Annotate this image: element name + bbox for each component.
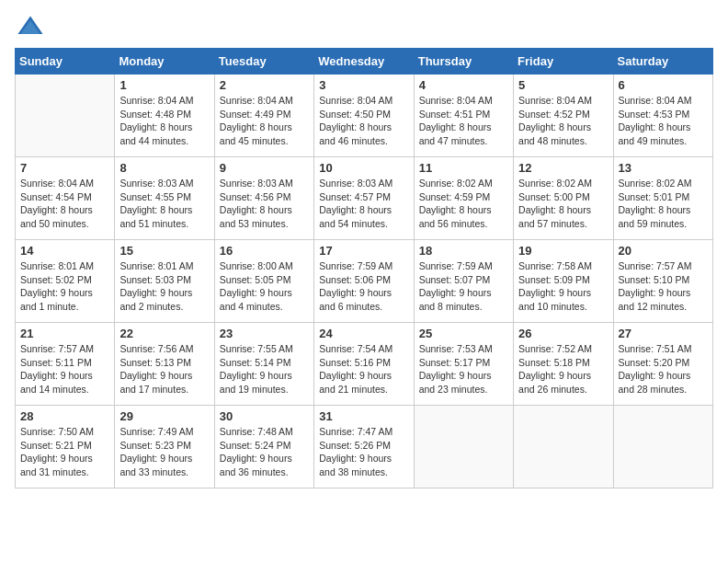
calendar-cell: 18Sunrise: 7:59 AMSunset: 5:07 PMDayligh… [414,240,513,323]
day-number: 3 [319,78,408,92]
calendar-header-row: SundayMondayTuesdayWednesdayThursdayFrid… [16,49,713,75]
day-number: 15 [119,244,209,258]
day-number: 11 [419,161,508,175]
day-number: 16 [220,244,309,258]
calendar-cell: 24Sunrise: 7:54 AMSunset: 5:16 PMDayligh… [314,323,414,406]
day-info: Sunrise: 7:49 AMSunset: 5:23 PMDaylight:… [119,425,209,479]
calendar-cell: 29Sunrise: 7:49 AMSunset: 5:23 PMDayligh… [115,406,214,488]
day-info: Sunrise: 7:51 AMSunset: 5:20 PMDaylight:… [619,342,708,396]
day-info: Sunrise: 8:02 AMSunset: 5:01 PMDaylight:… [619,177,708,231]
day-number: 10 [319,161,408,175]
calendar-cell: 2Sunrise: 8:04 AMSunset: 4:49 PMDaylight… [214,75,313,157]
day-number: 24 [319,327,408,340]
calendar-cell: 23Sunrise: 7:55 AMSunset: 5:14 PMDayligh… [214,323,313,406]
calendar-cell: 6Sunrise: 8:04 AMSunset: 4:53 PMDaylight… [613,75,712,157]
day-of-week-monday: Monday [115,49,214,75]
day-info: Sunrise: 8:01 AMSunset: 5:02 PMDaylight:… [20,259,109,314]
day-info: Sunrise: 7:59 AMSunset: 5:06 PMDaylight:… [319,259,408,314]
day-info: Sunrise: 8:04 AMSunset: 4:52 PMDaylight:… [518,94,608,148]
calendar-cell: 4Sunrise: 8:04 AMSunset: 4:51 PMDaylight… [414,75,513,157]
day-info: Sunrise: 8:01 AMSunset: 5:03 PMDaylight:… [119,259,209,314]
calendar-cell: 14Sunrise: 8:01 AMSunset: 5:02 PMDayligh… [16,240,115,323]
day-number: 14 [20,244,109,258]
calendar-cell: 15Sunrise: 8:01 AMSunset: 5:03 PMDayligh… [115,240,214,323]
calendar-cell [613,406,712,488]
day-of-week-saturday: Saturday [613,49,712,75]
day-info: Sunrise: 8:00 AMSunset: 5:05 PMDaylight:… [220,259,309,314]
day-number: 22 [119,327,209,340]
day-info: Sunrise: 7:54 AMSunset: 5:16 PMDaylight:… [319,342,408,396]
day-of-week-wednesday: Wednesday [314,49,414,75]
day-number: 29 [119,409,209,423]
day-info: Sunrise: 7:55 AMSunset: 5:14 PMDaylight:… [220,342,309,396]
calendar-cell: 13Sunrise: 8:02 AMSunset: 5:01 PMDayligh… [613,157,712,240]
calendar-week-row: 28Sunrise: 7:50 AMSunset: 5:21 PMDayligh… [16,406,713,488]
day-info: Sunrise: 7:48 AMSunset: 5:24 PMDaylight:… [220,425,309,479]
day-of-week-friday: Friday [514,49,613,75]
day-number: 26 [518,327,608,340]
day-info: Sunrise: 8:03 AMSunset: 4:55 PMDaylight:… [119,177,209,231]
calendar-cell: 22Sunrise: 7:56 AMSunset: 5:13 PMDayligh… [115,323,214,406]
day-number: 4 [419,78,508,92]
day-number: 30 [220,409,309,423]
calendar-cell: 28Sunrise: 7:50 AMSunset: 5:21 PMDayligh… [16,406,115,488]
calendar-cell: 19Sunrise: 7:58 AMSunset: 5:09 PMDayligh… [514,240,613,323]
day-number: 21 [20,327,109,340]
day-number: 27 [619,327,708,340]
day-number: 13 [619,161,708,175]
logo-icon [17,15,44,37]
day-number: 7 [20,161,109,175]
day-number: 28 [20,409,109,423]
calendar-cell: 1Sunrise: 8:04 AMSunset: 4:48 PMDaylight… [115,75,214,157]
calendar-cell: 11Sunrise: 8:02 AMSunset: 4:59 PMDayligh… [414,157,513,240]
calendar-week-row: 7Sunrise: 8:04 AMSunset: 4:54 PMDaylight… [16,157,713,240]
day-info: Sunrise: 7:52 AMSunset: 5:18 PMDaylight:… [518,342,608,396]
day-number: 23 [220,327,309,340]
day-info: Sunrise: 7:57 AMSunset: 5:10 PMDaylight:… [619,259,708,314]
day-number: 5 [518,78,608,92]
calendar-cell [16,75,115,157]
logo [15,15,48,37]
calendar-cell: 8Sunrise: 8:03 AMSunset: 4:55 PMDaylight… [115,157,214,240]
day-number: 8 [119,161,209,175]
day-number: 17 [319,244,408,258]
day-number: 1 [119,78,209,92]
day-info: Sunrise: 7:58 AMSunset: 5:09 PMDaylight:… [518,259,608,314]
day-info: Sunrise: 7:57 AMSunset: 5:11 PMDaylight:… [20,342,109,396]
day-of-week-sunday: Sunday [16,49,115,75]
day-info: Sunrise: 7:50 AMSunset: 5:21 PMDaylight:… [20,425,109,479]
calendar-cell: 21Sunrise: 7:57 AMSunset: 5:11 PMDayligh… [16,323,115,406]
calendar-week-row: 1Sunrise: 8:04 AMSunset: 4:48 PMDaylight… [16,75,713,157]
day-number: 19 [518,244,608,258]
calendar-cell: 3Sunrise: 8:04 AMSunset: 4:50 PMDaylight… [314,75,414,157]
calendar-cell: 5Sunrise: 8:04 AMSunset: 4:52 PMDaylight… [514,75,613,157]
calendar-week-row: 14Sunrise: 8:01 AMSunset: 5:02 PMDayligh… [16,240,713,323]
day-info: Sunrise: 8:04 AMSunset: 4:48 PMDaylight:… [119,94,209,148]
day-info: Sunrise: 8:03 AMSunset: 4:56 PMDaylight:… [220,177,309,231]
calendar-cell: 30Sunrise: 7:48 AMSunset: 5:24 PMDayligh… [214,406,313,488]
day-number: 31 [319,409,408,423]
day-info: Sunrise: 8:02 AMSunset: 5:00 PMDaylight:… [518,177,608,231]
calendar-cell: 17Sunrise: 7:59 AMSunset: 5:06 PMDayligh… [314,240,414,323]
calendar-cell: 16Sunrise: 8:00 AMSunset: 5:05 PMDayligh… [214,240,313,323]
day-of-week-thursday: Thursday [414,49,513,75]
calendar-cell: 10Sunrise: 8:03 AMSunset: 4:57 PMDayligh… [314,157,414,240]
day-info: Sunrise: 8:02 AMSunset: 4:59 PMDaylight:… [419,177,508,231]
calendar-cell: 20Sunrise: 7:57 AMSunset: 5:10 PMDayligh… [613,240,712,323]
calendar-cell: 12Sunrise: 8:02 AMSunset: 5:00 PMDayligh… [514,157,613,240]
calendar-cell [514,406,613,488]
calendar-cell: 9Sunrise: 8:03 AMSunset: 4:56 PMDaylight… [214,157,313,240]
day-info: Sunrise: 7:47 AMSunset: 5:26 PMDaylight:… [319,425,408,479]
calendar-cell: 25Sunrise: 7:53 AMSunset: 5:17 PMDayligh… [414,323,513,406]
day-info: Sunrise: 7:59 AMSunset: 5:07 PMDaylight:… [419,259,508,314]
calendar-table: SundayMondayTuesdayWednesdayThursdayFrid… [15,48,713,488]
day-number: 20 [619,244,708,258]
calendar-cell [414,406,513,488]
calendar-cell: 31Sunrise: 7:47 AMSunset: 5:26 PMDayligh… [314,406,414,488]
day-info: Sunrise: 8:04 AMSunset: 4:53 PMDaylight:… [619,94,708,148]
day-info: Sunrise: 8:04 AMSunset: 4:51 PMDaylight:… [419,94,508,148]
day-number: 9 [220,161,309,175]
day-number: 6 [619,78,708,92]
calendar-cell: 26Sunrise: 7:52 AMSunset: 5:18 PMDayligh… [514,323,613,406]
day-info: Sunrise: 8:04 AMSunset: 4:54 PMDaylight:… [20,177,109,231]
